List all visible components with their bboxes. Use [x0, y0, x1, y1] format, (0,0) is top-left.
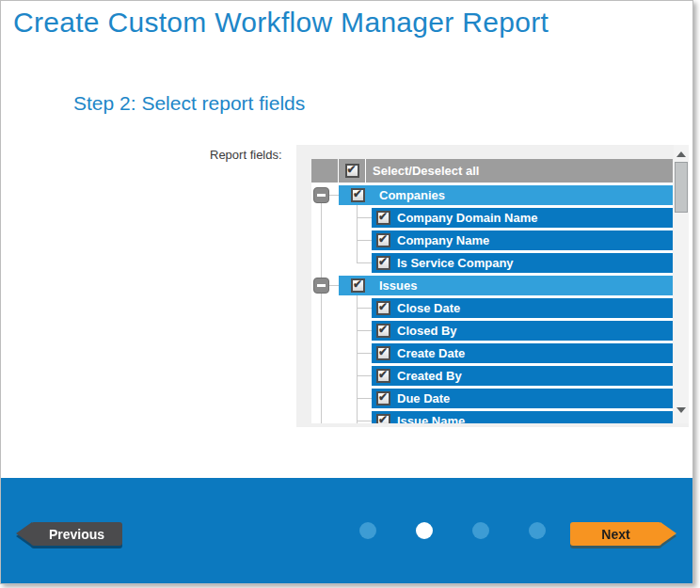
step-dot [529, 522, 546, 539]
tree-row[interactable]: Is Service Company [372, 253, 673, 273]
row-label: Issues [379, 278, 417, 293]
step-dot [359, 522, 376, 539]
row-checkbox[interactable] [351, 188, 365, 202]
tree-row[interactable]: Issue Name [372, 411, 673, 423]
row-checkbox[interactable] [376, 346, 390, 360]
tree-row[interactable]: Company Name [372, 230, 673, 250]
report-fields-label: Report fields: [210, 148, 282, 162]
previous-button[interactable]: Previous [16, 522, 122, 546]
tree-connector-line [357, 375, 372, 376]
row-checkbox[interactable] [376, 211, 390, 225]
minus-icon [317, 194, 326, 197]
scrollbar-up-button[interactable] [674, 147, 689, 162]
tree-connector-line [357, 217, 372, 218]
row-label: Due Date [397, 391, 450, 405]
report-fields-panel: Select/Deselect all CompaniesCompany Dom… [296, 145, 689, 427]
scrollbar-thumb[interactable] [675, 162, 688, 213]
row-checkbox[interactable] [376, 391, 390, 405]
row-label: Company Domain Name [397, 211, 538, 225]
select-all-checkbox[interactable] [345, 164, 359, 178]
arrow-up-icon [676, 151, 686, 157]
previous-button-label: Previous [31, 522, 122, 546]
select-all-label: Select/Deselect all [373, 164, 479, 178]
row-checkbox[interactable] [376, 301, 390, 315]
tree-connector-line [357, 330, 372, 331]
page-title: Create Custom Workflow Manager Report [13, 7, 549, 39]
row-label: Create Date [397, 346, 465, 360]
tree-connector-line [357, 308, 372, 309]
tree-connector-line [357, 205, 358, 263]
step-heading: Step 2: Select report fields [73, 92, 305, 115]
tree-connector-line [357, 421, 372, 421]
tree-header-row[interactable]: Select/Deselect all [366, 159, 673, 183]
tree-connector-line [329, 285, 339, 286]
step-dot [472, 522, 489, 539]
tree-row[interactable]: Create Date [372, 343, 673, 363]
tree-row[interactable]: Closed By [372, 321, 673, 341]
tree-connector-line [321, 203, 322, 278]
next-button-label: Next [570, 522, 661, 546]
row-label: Closed By [397, 324, 457, 338]
expander-button[interactable] [313, 187, 329, 203]
next-button[interactable]: Next [570, 522, 674, 546]
step-dot [416, 522, 433, 539]
expander-button[interactable] [313, 278, 329, 294]
footer-bar: Previous Next [1, 478, 692, 583]
tree-header-spacer-cell [311, 159, 338, 183]
tree-row[interactable]: Companies [339, 185, 673, 205]
row-checkbox[interactable] [376, 324, 390, 338]
wizard-dialog: Create Custom Workflow Manager Report St… [0, 0, 693, 584]
row-label: Issue Name [397, 414, 465, 423]
tree-connector-line [357, 353, 372, 354]
next-arrow-icon [660, 522, 676, 545]
tree-connector-line [357, 398, 372, 399]
tree-row[interactable]: Close Date [372, 298, 673, 318]
tree-row[interactable]: Company Domain Name [372, 208, 673, 228]
tree-connector-line [357, 295, 358, 423]
scrollbar[interactable] [674, 145, 689, 423]
row-label: Companies [379, 188, 445, 202]
row-checkbox[interactable] [376, 414, 390, 423]
arrow-down-icon [676, 407, 686, 413]
row-checkbox[interactable] [376, 256, 390, 270]
row-label: Close Date [397, 301, 460, 315]
tree-grid: Select/Deselect all CompaniesCompany Dom… [311, 159, 673, 423]
tree-row[interactable]: Created By [372, 366, 673, 386]
tree-connector-line [357, 262, 372, 263]
tree-connector-line [357, 240, 372, 241]
row-checkbox[interactable] [376, 369, 390, 383]
row-checkbox[interactable] [351, 278, 365, 293]
tree-row[interactable]: Issues [339, 276, 673, 295]
tree-connector-line [321, 294, 322, 423]
tree-header-checkbox-cell [339, 159, 365, 183]
tree-connector-line [329, 195, 339, 196]
minus-icon [317, 284, 326, 287]
scrollbar-down-button[interactable] [674, 403, 689, 418]
row-checkbox[interactable] [376, 233, 390, 247]
previous-arrow-icon [16, 522, 32, 545]
tree-row[interactable]: Due Date [372, 389, 673, 408]
row-label: Is Service Company [397, 256, 514, 270]
row-label: Created By [397, 369, 462, 383]
row-label: Company Name [397, 233, 489, 247]
